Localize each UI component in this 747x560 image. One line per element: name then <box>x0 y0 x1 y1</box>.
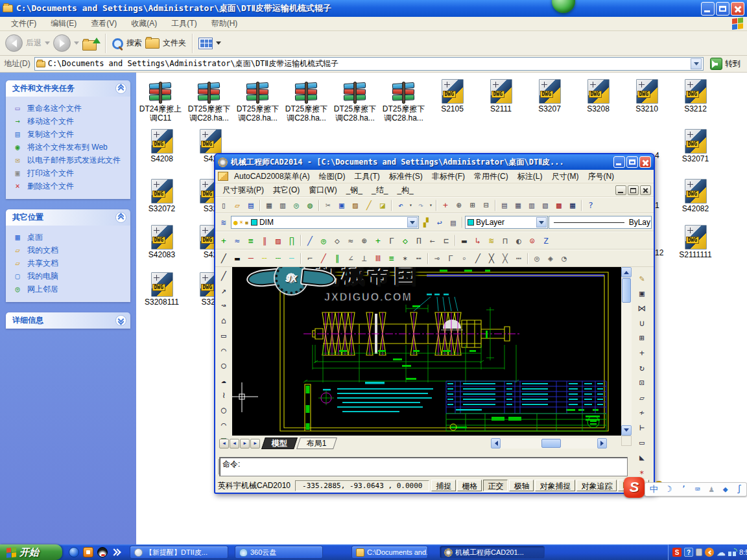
point-icon[interactable]: + <box>217 234 230 247</box>
task-360-reminder[interactable]: 【新提醒】DTII皮... <box>130 546 228 559</box>
polygon-tool-icon[interactable]: ◇ <box>331 234 344 247</box>
revcloud-icon[interactable]: ☁ <box>217 373 231 387</box>
zoom-realtime-icon[interactable]: ⊕ <box>453 199 466 212</box>
doc-close-button[interactable] <box>640 185 651 195</box>
toggle-ortho[interactable]: 正交 <box>483 480 508 491</box>
align-icon[interactable]: ▬ <box>458 234 471 247</box>
place-my-computer[interactable]: ▢ 我的电脑 <box>12 270 126 283</box>
sheetset-icon[interactable]: ▧ <box>539 199 552 212</box>
cyan-dash-icon[interactable]: ┈ <box>285 252 298 265</box>
plot-icon[interactable]: ▦ <box>263 199 276 212</box>
tray-hardware-icon[interactable] <box>696 548 702 556</box>
leader-icon[interactable]: ↳ <box>471 234 484 247</box>
spline-edit-icon[interactable]: ≈ <box>231 234 244 247</box>
task-rename[interactable]: ▭ 重命名这个文件 <box>12 102 126 115</box>
search-label[interactable]: 搜索 <box>126 38 142 49</box>
toggle-osnap[interactable]: 对象捕捉 <box>535 480 575 491</box>
markup-icon[interactable]: ▩ <box>552 199 565 212</box>
tray-cloud-icon[interactable]: ☁ <box>717 548 726 557</box>
polygon-icon[interactable]: ⌂ <box>217 313 231 327</box>
donut2-icon[interactable]: ◎ <box>530 252 543 265</box>
place-desktop[interactable]: ▦ 桌面 <box>12 231 126 244</box>
back-caret-icon[interactable] <box>45 41 50 47</box>
cross-icon[interactable]: ╳ <box>485 252 498 265</box>
corner-line-icon[interactable]: ⌐ <box>303 252 316 265</box>
file-item[interactable]: DWG S3208111 <box>137 268 186 307</box>
cad-menu-window[interactable]: 窗口(W) <box>304 183 341 197</box>
save-icon[interactable]: ▤ <box>244 199 257 212</box>
freehand-icon[interactable]: ≈ <box>344 234 357 247</box>
redo-caret-icon[interactable]: ▾ <box>428 199 434 212</box>
toolpalettes-icon[interactable]: ▥ <box>525 199 538 212</box>
small-circle-icon[interactable]: ∘ <box>458 252 471 265</box>
views-button[interactable] <box>198 38 213 49</box>
start-button[interactable]: 开始 <box>0 544 62 560</box>
scroll-left-icon[interactable] <box>491 438 501 449</box>
doc-restore-button[interactable] <box>628 185 639 195</box>
details-header[interactable]: 详细信息 <box>6 312 130 329</box>
properties-icon[interactable]: ▤ <box>498 199 511 212</box>
task-delete[interactable]: × 删除这个文件 <box>12 180 126 192</box>
toolbar-button[interactable] <box>581 200 582 211</box>
command-input[interactable]: 命令: <box>219 457 628 476</box>
ellipse-arc-icon[interactable]: ◠ <box>217 417 231 432</box>
toolbar-button[interactable] <box>300 235 302 246</box>
toolbar-button[interactable] <box>318 200 320 211</box>
paste-icon[interactable]: ▨ <box>349 199 362 212</box>
qq-quicklaunch-icon[interactable] <box>97 547 108 557</box>
task-email[interactable]: ✉ 以电子邮件形式发送此文件 <box>12 154 126 167</box>
compass-icon[interactable]: ◈ <box>544 252 557 265</box>
forward-button[interactable] <box>53 34 71 52</box>
scroll-down-icon[interactable] <box>621 425 632 436</box>
break-icon[interactable]: ▭ <box>635 435 649 449</box>
trim-icon[interactable]: ≁ <box>635 405 649 419</box>
cad-menu-nonstandard-parts[interactable]: 非标件(F) <box>427 170 469 183</box>
toolbar-button[interactable] <box>427 253 429 264</box>
cut-icon[interactable]: ✂ <box>322 199 335 212</box>
file-item[interactable]: DWG S3207 <box>525 75 574 123</box>
perpendicular-icon[interactable]: ⊥ <box>358 252 371 265</box>
horizontal-scrollbar[interactable] <box>491 438 607 449</box>
task-move[interactable]: → 移动这个文件 <box>12 115 126 128</box>
match-properties-icon[interactable]: ╱ <box>362 199 375 212</box>
cad-menu-standard-parts[interactable]: 标准件(S) <box>385 170 427 183</box>
menu-help[interactable]: 帮助(H) <box>204 17 245 30</box>
taskbar-clock[interactable]: 8:51 <box>739 548 747 556</box>
toolbar-button[interactable] <box>436 200 437 211</box>
move-icon[interactable]: + <box>635 345 649 360</box>
color-combo[interactable]: ByLayer <box>465 216 548 229</box>
angle-icon[interactable]: ∠ <box>344 252 357 265</box>
file-item[interactable]: DWG DT24摩擦上调C11 <box>136 75 185 123</box>
place-network[interactable]: ◎ 网上邻居 <box>12 283 126 296</box>
soft-keyboard-icon[interactable]: ⌨ <box>695 483 700 496</box>
search-icon[interactable] <box>112 38 123 49</box>
designcenter-icon[interactable]: ▦ <box>512 199 525 212</box>
rotate-icon[interactable]: ↻ <box>635 360 649 375</box>
restore-button[interactable] <box>716 2 729 16</box>
block-editor-icon[interactable]: ◪ <box>376 199 389 212</box>
file-item[interactable]: DWG S4208 <box>137 125 186 164</box>
punctuation-icon[interactable]: ’ <box>681 483 686 496</box>
file-item[interactable]: DWG S2105 <box>428 75 477 123</box>
toolbar-button[interactable] <box>527 253 528 264</box>
tab-model[interactable]: 模型 <box>261 438 298 449</box>
layer-states-icon[interactable]: ▤ <box>447 216 460 229</box>
file-item[interactable]: DWG DT25摩擦下调C28.ha... <box>233 75 282 123</box>
color-dropdown-icon[interactable] <box>536 217 547 228</box>
wipeout-icon[interactable]: ⊕ <box>358 234 371 247</box>
pan-icon[interactable]: + <box>439 199 452 212</box>
publish-icon[interactable]: ◎ <box>290 199 303 212</box>
cad-menu-dimension[interactable]: 尺寸(M) <box>547 170 583 183</box>
login-icon[interactable]: ♟ <box>709 483 714 496</box>
new-icon[interactable]: ▯ <box>217 199 230 212</box>
address-input[interactable]: C:\Documents and Settings\Administrator\… <box>34 57 704 71</box>
file-tasks-header[interactable]: 文件和文件夹任务 <box>6 80 130 97</box>
file-item[interactable]: DWG S2111 <box>477 75 525 123</box>
cad-menu-frame[interactable]: _构_ <box>392 183 418 197</box>
z-order-icon[interactable]: Z <box>540 234 552 247</box>
parallel-icon[interactable]: ∥ <box>258 234 271 247</box>
toggle-snap[interactable]: 捕捉 <box>431 480 456 491</box>
arc-icon[interactable]: ⌒ <box>217 343 231 357</box>
yellow-dash-icon[interactable]: ╌ <box>258 252 271 265</box>
task-copy[interactable]: ▤ 复制这个文件 <box>12 128 126 141</box>
